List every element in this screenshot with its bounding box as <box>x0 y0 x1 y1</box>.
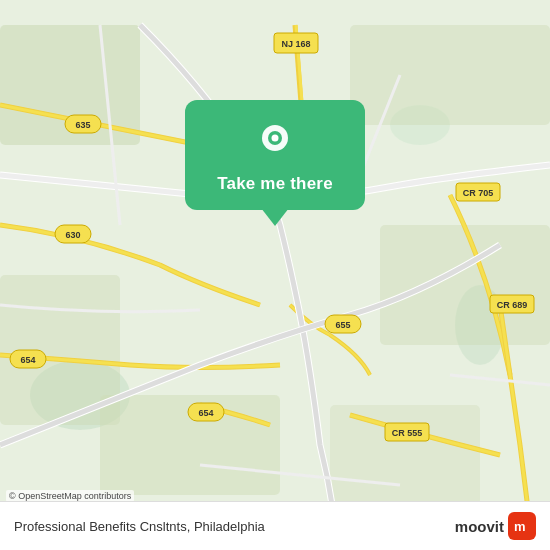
map-container: NJ 168 635 630 654 654 655 CR 705 CR 689… <box>0 0 550 550</box>
svg-text:654: 654 <box>198 408 213 418</box>
moovit-logo: moovit m <box>455 512 536 540</box>
moovit-logo-text: moovit <box>455 518 504 535</box>
bottom-bar: Professional Benefits Cnsltnts, Philadel… <box>0 501 550 550</box>
svg-rect-5 <box>350 25 550 125</box>
location-name: Professional Benefits Cnsltnts, Philadel… <box>14 519 455 534</box>
svg-rect-7 <box>380 225 550 345</box>
map-roads-svg: NJ 168 635 630 654 654 655 CR 705 CR 689… <box>0 0 550 550</box>
moovit-brand-icon: m <box>508 512 536 540</box>
tooltip-card[interactable]: Take me there <box>185 100 365 210</box>
svg-text:CR 705: CR 705 <box>463 188 494 198</box>
take-me-there-button[interactable]: Take me there <box>217 174 333 194</box>
svg-text:630: 630 <box>65 230 80 240</box>
svg-text:654: 654 <box>20 355 35 365</box>
svg-text:CR 555: CR 555 <box>392 428 423 438</box>
svg-text:NJ 168: NJ 168 <box>281 39 310 49</box>
svg-text:635: 635 <box>75 120 90 130</box>
location-pin-icon <box>253 120 297 164</box>
svg-text:m: m <box>514 519 526 534</box>
svg-text:655: 655 <box>335 320 350 330</box>
svg-text:CR 689: CR 689 <box>497 300 528 310</box>
svg-rect-9 <box>330 405 480 505</box>
